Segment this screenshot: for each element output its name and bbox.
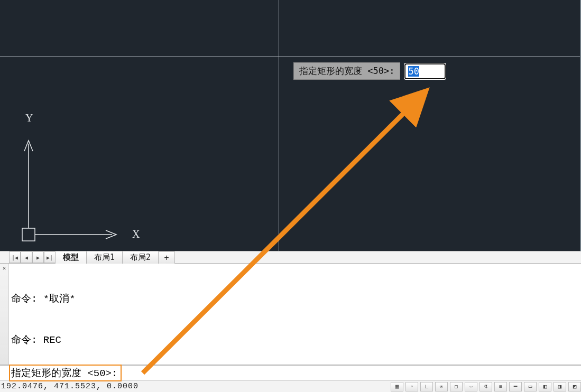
ortho-icon[interactable]: ∟: [420, 382, 433, 391]
ucs-icon: X Y: [17, 111, 144, 248]
tpy-icon[interactable]: ▭: [524, 382, 537, 391]
command-line-row: 指定矩形的宽度 <50>:: [0, 366, 581, 380]
snap-icon[interactable]: ▫: [405, 382, 418, 391]
status-coordinates: 192.0476, 471.5523, 0.0000: [1, 382, 139, 391]
tab-nav-last[interactable]: ▶|: [44, 251, 56, 263]
tab-layout2[interactable]: 布局2: [122, 251, 159, 264]
layout-tab-bar: |◀ ◀ ▶ ▶| 模型 布局1 布局2 +: [0, 251, 581, 264]
dynamic-input-tooltip: 指定矩形的宽度 <50>:: [293, 62, 446, 80]
tab-nav-next[interactable]: ▶: [32, 251, 44, 263]
grid-icon[interactable]: ▦: [391, 382, 403, 391]
command-history-line: 命令: REC: [11, 333, 579, 347]
tab-nav-prev[interactable]: ◀: [21, 251, 32, 263]
lwt-icon[interactable]: ━: [509, 382, 522, 391]
tab-nav-first[interactable]: |◀: [9, 251, 21, 263]
crosshair-vertical: [279, 0, 279, 251]
svg-rect-0: [22, 228, 35, 241]
polar-icon[interactable]: ✳: [435, 382, 448, 391]
command-pane-close-icon[interactable]: ✕: [0, 264, 9, 365]
command-line-prompt[interactable]: 指定矩形的宽度 <50>:: [9, 365, 122, 381]
otrack-icon[interactable]: ↔: [465, 382, 477, 391]
command-history[interactable]: 命令: *取消* 命令: REC RECTANG 指定第一个角点或 [倒角(C)…: [9, 264, 581, 365]
drawing-canvas[interactable]: 指定矩形的宽度 <50>: X Y: [0, 0, 581, 251]
qp-icon[interactable]: ◧: [539, 382, 551, 391]
sc-icon[interactable]: ◨: [554, 382, 566, 391]
tab-add[interactable]: +: [158, 251, 175, 264]
tab-model[interactable]: 模型: [55, 251, 87, 264]
am-icon[interactable]: ◩: [568, 382, 581, 391]
crosshair-horizontal: [0, 56, 580, 57]
status-bar: 192.0476, 471.5523, 0.0000 ▦ ▫ ∟ ✳ ◻ ↔ ↯…: [0, 380, 581, 392]
tab-layout1[interactable]: 布局1: [86, 251, 123, 264]
osnap-icon[interactable]: ◻: [450, 382, 463, 391]
ucs-x-label: X: [132, 228, 140, 240]
command-history-line: 命令: *取消*: [11, 292, 579, 306]
dynamic-input-value[interactable]: [404, 63, 446, 79]
command-history-pane: ✕ 命令: *取消* 命令: REC RECTANG 指定第一个角点或 [倒角(…: [0, 264, 581, 366]
dyn-icon[interactable]: ≡: [494, 382, 507, 391]
ducs-icon[interactable]: ↯: [479, 382, 492, 391]
dynamic-input-prompt: 指定矩形的宽度 <50>:: [293, 62, 400, 80]
ucs-y-label: Y: [25, 112, 33, 124]
